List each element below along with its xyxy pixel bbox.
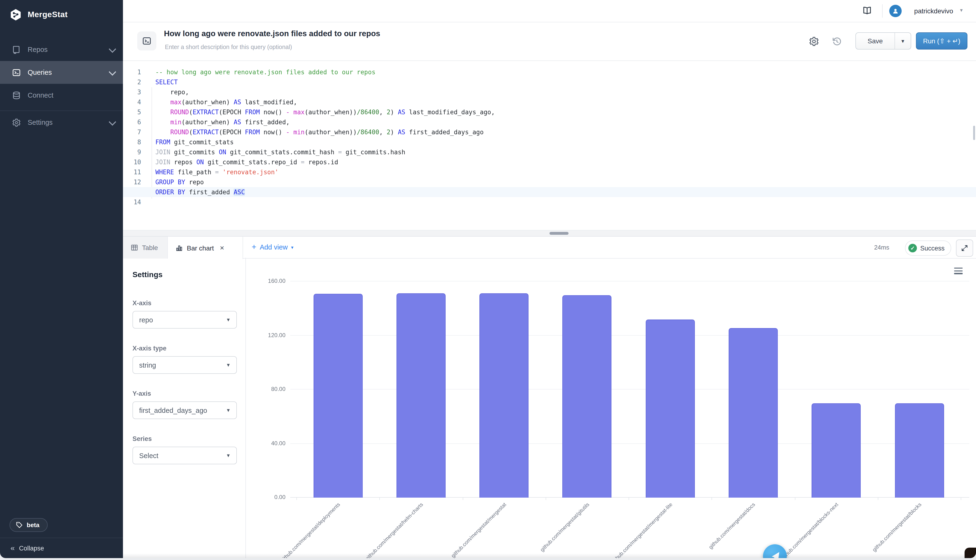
add-view-caret-icon: ▾ <box>291 245 294 250</box>
select-caret-icon: ▼ <box>226 408 231 413</box>
status-label: Success <box>920 245 944 252</box>
code-line[interactable]: GROUP BY repo <box>123 177 976 187</box>
panel-resize-handle[interactable] <box>123 230 976 237</box>
sidebar-item-connect[interactable]: Connect <box>0 84 123 107</box>
tag-icon <box>16 522 23 528</box>
mergestat-logo-icon <box>10 8 22 21</box>
select-x-axis-type[interactable]: string▼ <box>132 356 237 374</box>
add-view-button[interactable]: + Add view ▾ <box>252 242 294 252</box>
tab-bar-chart-label: Bar chart <box>187 244 214 252</box>
code-line[interactable]: ORDER BY first_added ASC <box>123 187 976 197</box>
sidebar-item-settings[interactable]: Settings <box>0 110 123 134</box>
settings-heading: Settings <box>132 270 237 279</box>
query-history-icon[interactable] <box>832 36 842 47</box>
chat-widget-button[interactable] <box>763 544 787 558</box>
field-label-x-axis: X-axis <box>132 300 237 307</box>
field-label-y-axis: Y-axis <box>132 390 237 397</box>
logo[interactable]: MergeStat <box>0 0 123 21</box>
main-area: patrickdevivo ▾ How long ago were renova… <box>123 0 976 558</box>
bar[interactable] <box>812 403 861 498</box>
code-line[interactable]: ROUND(EXTRACT(EPOCH FROM now() - min(aut… <box>123 127 976 137</box>
sql-editor[interactable]: 1234567891011121314 -- how long ago were… <box>123 61 976 230</box>
code-line[interactable]: repo, <box>123 87 976 97</box>
save-button[interactable]: Save ▼ <box>856 32 911 50</box>
sidebar-nav: ReposQueriesConnectSettings <box>0 38 123 134</box>
code-line[interactable]: JOIN git_commits ON git_commit_stats.com… <box>123 147 976 157</box>
bar[interactable] <box>895 403 944 498</box>
paper-plane-icon <box>769 550 781 558</box>
x-axis-tick <box>379 498 380 500</box>
sidebar: MergeStat ReposQueriesConnectSettings be… <box>0 0 123 558</box>
username[interactable]: patrickdevivo <box>914 7 953 15</box>
code-line[interactable]: FROM git_commit_stats <box>123 137 976 147</box>
resize-grip[interactable] <box>550 232 568 235</box>
bar[interactable] <box>313 293 363 498</box>
select-caret-icon: ▼ <box>226 362 231 368</box>
expand-results-button[interactable] <box>956 240 973 257</box>
app-window: MergeStat ReposQueriesConnectSettings be… <box>0 0 976 558</box>
table-icon <box>130 244 138 252</box>
code-line[interactable]: ROUND(EXTRACT(EPOCH FROM now() - max(aut… <box>123 107 976 117</box>
code-line[interactable] <box>123 197 976 207</box>
query-title[interactable]: How long ago were renovate.json files ad… <box>164 29 380 38</box>
sidebar-item-repos[interactable]: Repos <box>0 38 123 61</box>
close-tab-icon[interactable]: ✕ <box>220 245 224 251</box>
bar[interactable] <box>396 293 446 498</box>
status-badge: ✓ Success <box>905 240 951 256</box>
terminal-icon <box>12 68 21 77</box>
docs-book-icon[interactable] <box>862 6 872 16</box>
query-settings-gear-icon[interactable] <box>809 36 819 47</box>
editor-code[interactable]: -- how long ago were renovate.json files… <box>123 67 976 207</box>
beta-label: beta <box>27 522 39 528</box>
x-axis-tick <box>296 498 297 500</box>
tab-table-label: Table <box>142 244 158 252</box>
select-x-axis[interactable]: repo▼ <box>132 311 237 328</box>
code-line[interactable]: WHERE file_path = 'renovate.json' <box>123 167 976 177</box>
x-axis-tick <box>878 498 878 500</box>
tab-bar-chart[interactable]: Bar chart ✕ <box>168 237 243 259</box>
user-menu-caret-icon[interactable]: ▾ <box>960 7 963 13</box>
bar[interactable] <box>645 319 695 498</box>
x-axis-tick <box>628 498 629 500</box>
select-series[interactable]: Select▼ <box>132 447 237 464</box>
chevron-down-icon <box>109 45 116 53</box>
x-axis-label: github.com/mergestat/deployments <box>279 502 341 558</box>
corner-widget[interactable] <box>964 548 976 558</box>
query-description-input[interactable] <box>164 43 433 51</box>
query-duration: 24ms <box>874 244 889 251</box>
x-axis-label: github.com/mergestat/gitutils <box>539 502 590 553</box>
bar-chart-canvas: 0.0040.0080.00120.00160.00github.com/mer… <box>246 258 976 558</box>
gridline <box>290 281 969 282</box>
chart-menu-icon[interactable] <box>954 268 963 275</box>
sidebar-item-label: Repos <box>28 46 48 53</box>
collapse-icon: « <box>10 544 15 552</box>
run-button[interactable]: Run (⇧ + ↵) <box>916 32 968 50</box>
code-line[interactable]: JOIN repos ON git_commit_stats.repo_id =… <box>123 157 976 167</box>
editor-scrollbar[interactable] <box>973 126 975 140</box>
gear-icon <box>12 118 21 127</box>
code-line[interactable]: max(author_when) AS last_modified, <box>123 97 976 107</box>
sidebar-item-queries[interactable]: Queries <box>0 61 123 84</box>
settings-fields: X-axisrepo▼X-axis typestring▼Y-axisfirst… <box>132 300 237 464</box>
save-menu-caret-icon[interactable]: ▼ <box>895 38 911 43</box>
code-line[interactable]: min(author_when) AS first_added, <box>123 117 976 127</box>
bar[interactable] <box>729 328 778 498</box>
tab-table[interactable]: Table <box>123 237 168 258</box>
y-axis-tick-label: 120.00 <box>246 332 286 338</box>
select-y-axis[interactable]: first_added_days_ago▼ <box>132 402 237 419</box>
x-axis-tick <box>463 498 463 500</box>
gridline <box>290 443 969 443</box>
query-header: How long ago were renovate.json files ad… <box>123 22 976 61</box>
select-value: Select <box>139 452 226 459</box>
chevron-down-icon <box>109 118 116 125</box>
code-line[interactable]: -- how long ago were renovate.json files… <box>123 67 976 77</box>
collapse-sidebar-button[interactable]: « Collapse <box>0 538 123 558</box>
bar[interactable] <box>563 295 612 498</box>
field-label-series: Series <box>132 435 237 442</box>
avatar[interactable] <box>889 5 902 17</box>
query-terminal-icon <box>137 32 156 50</box>
bar[interactable] <box>480 293 528 498</box>
save-label[interactable]: Save <box>856 37 894 45</box>
x-axis-label: github.com/mergestat/docs <box>708 502 756 550</box>
code-line[interactable]: SELECT <box>123 77 976 87</box>
